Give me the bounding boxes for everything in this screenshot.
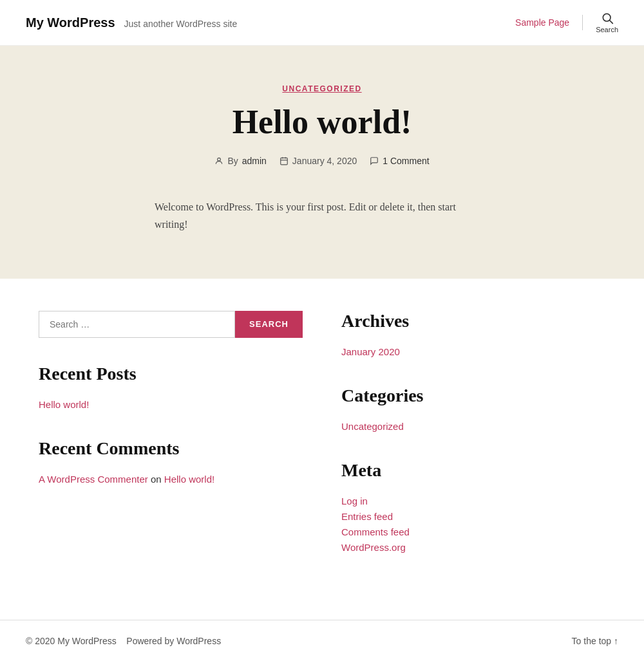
post-author-meta: By admin: [214, 156, 266, 166]
site-title: My WordPress: [26, 15, 115, 30]
meta-comments-feed[interactable]: Comments feed: [341, 524, 605, 540]
search-button[interactable]: SEARCH: [235, 311, 303, 338]
meta-entries-feed[interactable]: Entries feed: [341, 509, 605, 524]
post-comments-meta: 1 Comment: [370, 156, 429, 166]
meta-title: Meta: [341, 460, 605, 481]
user-icon: [214, 156, 223, 165]
categories-widget: Categories Uncategorized: [341, 385, 605, 434]
recent-posts-title: Recent Posts: [39, 364, 303, 384]
right-column: Archives January 2020 Categories Uncateg…: [341, 311, 605, 581]
calendar-icon: [279, 156, 289, 165]
left-column: SEARCH Recent Posts Hello world! Recent …: [39, 311, 303, 581]
meta-login[interactable]: Log in: [341, 494, 605, 509]
site-tagline: Just another WordPress site: [124, 19, 238, 29]
site-header: My WordPress Just another WordPress site…: [0, 0, 644, 46]
comment-entry: A WordPress Commenter on Hello world!: [39, 472, 303, 487]
hero-section: UNCATEGORIZED Hello world! By admin Janu…: [0, 46, 644, 279]
search-widget: SEARCH: [39, 311, 303, 338]
author-label: By: [227, 156, 238, 166]
search-input[interactable]: [39, 311, 235, 338]
recent-comments-title: Recent Comments: [39, 438, 303, 459]
recent-comments-widget: Recent Comments A WordPress Commenter on…: [39, 438, 303, 487]
header-left: My WordPress Just another WordPress site: [26, 15, 237, 30]
footer-powered[interactable]: Powered by WordPress: [126, 636, 221, 646]
archives-title: Archives: [341, 311, 605, 331]
post-title: Hello world!: [26, 104, 618, 140]
archives-widget: Archives January 2020: [341, 311, 605, 360]
header-divider: [582, 15, 583, 30]
svg-point-2: [218, 158, 221, 162]
footer-copyright: © 2020 My WordPress: [26, 636, 117, 646]
commenter-link[interactable]: A WordPress Commenter: [39, 474, 148, 485]
header-right: Sample Page Search: [515, 12, 618, 33]
comments-link[interactable]: 1 Comment: [383, 156, 429, 166]
svg-rect-3: [281, 158, 288, 165]
footer-left: © 2020 My WordPress Powered by WordPress: [26, 636, 221, 646]
search-icon-label: Search: [596, 26, 618, 33]
footer-to-top[interactable]: To the top ↑: [572, 636, 618, 646]
recent-posts-widget: Recent Posts Hello world!: [39, 364, 303, 413]
meta-wordpress-org[interactable]: WordPress.org: [341, 540, 605, 555]
header-search-button[interactable]: Search: [596, 12, 618, 33]
post-date: January 4, 2020: [292, 156, 357, 166]
comment-post-link[interactable]: Hello world!: [164, 474, 214, 485]
recent-post-item[interactable]: Hello world!: [39, 397, 303, 413]
post-date-meta: January 4, 2020: [279, 156, 357, 166]
archive-item[interactable]: January 2020: [341, 344, 605, 360]
meta-widget: Meta Log in Entries feed Comments feed W…: [341, 460, 605, 555]
category-item[interactable]: Uncategorized: [341, 419, 605, 434]
comment-icon: [370, 156, 379, 165]
post-content: Welcome to WordPress. This is your first…: [155, 198, 489, 233]
site-footer: © 2020 My WordPress Powered by WordPress…: [0, 620, 644, 659]
author-link[interactable]: admin: [242, 156, 267, 166]
nav-sample-page[interactable]: Sample Page: [515, 17, 569, 28]
post-category-link[interactable]: UNCATEGORIZED: [26, 84, 618, 93]
search-icon: [601, 12, 614, 24]
categories-title: Categories: [341, 385, 605, 406]
main-container: SEARCH Recent Posts Hello world! Recent …: [13, 279, 631, 620]
post-meta: By admin January 4, 2020 1 Comment: [26, 156, 618, 166]
svg-line-1: [609, 21, 612, 24]
on-text: on: [151, 474, 164, 485]
